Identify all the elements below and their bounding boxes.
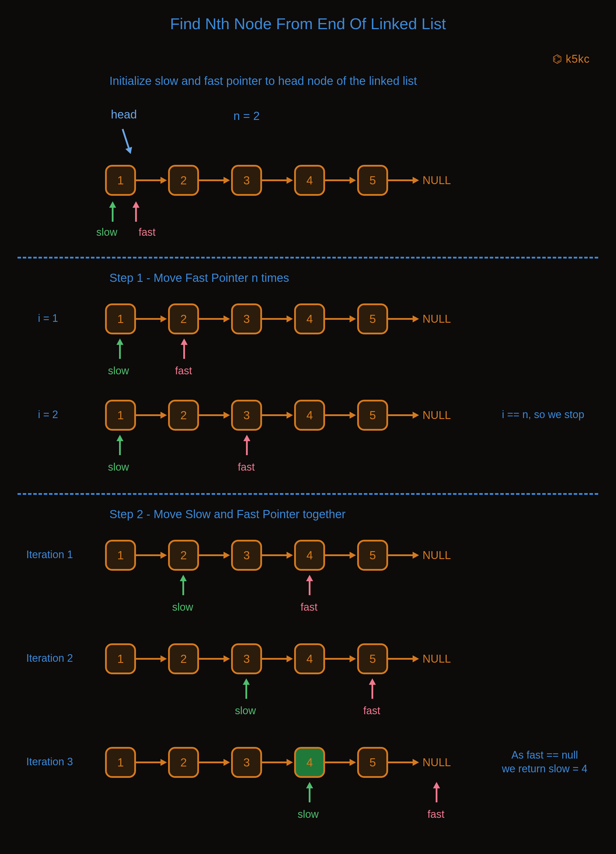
node: 3: [231, 400, 262, 431]
arrow-icon: [199, 317, 231, 321]
node: 3: [231, 644, 262, 674]
node: 4: [294, 165, 325, 196]
arrow-icon: [325, 413, 357, 417]
fast-arrow-icon: [134, 201, 138, 222]
null-label: NULL: [422, 409, 451, 422]
fast-arrow-icon: [435, 782, 438, 802]
arrow-icon: [262, 178, 294, 182]
node: 5: [357, 540, 388, 571]
node: 4: [294, 303, 325, 334]
fast-arrow-icon: [371, 679, 374, 699]
arrow-icon: [199, 657, 231, 660]
arrow-icon: [388, 317, 420, 321]
head-label: head: [111, 108, 137, 121]
fast-arrow-icon: [182, 339, 186, 359]
node: 2: [168, 165, 199, 196]
slow-arrow-icon: [118, 339, 122, 359]
arrow-icon: [325, 554, 357, 557]
arrow-icon: [262, 761, 294, 764]
slow-label: slow: [108, 461, 129, 473]
slow-label: slow: [108, 365, 129, 377]
it3-label: Iteration 3: [26, 756, 73, 768]
arrow-icon: [199, 413, 231, 417]
node: 1: [105, 540, 136, 571]
linked-list-row-it1: 1 2 3 4 5 NULL: [105, 540, 451, 571]
divider: [17, 493, 598, 495]
arrow-icon: [262, 554, 294, 557]
node: 2: [168, 747, 199, 778]
arrow-icon: [136, 178, 168, 182]
fast-label: fast: [363, 705, 380, 717]
slow-label: slow: [235, 705, 256, 717]
fast-arrow-icon: [245, 435, 249, 455]
arrow-icon: [388, 178, 420, 182]
slow-label: slow: [172, 601, 193, 613]
arrow-icon: [136, 554, 168, 557]
arrow-icon: [199, 178, 231, 182]
node: 5: [357, 747, 388, 778]
linked-list-row-intro: 1 2 3 4 5 NULL: [105, 165, 451, 196]
divider: [17, 257, 598, 259]
arrow-icon: [199, 554, 231, 557]
node: 3: [231, 540, 262, 571]
arrow-icon: [136, 413, 168, 417]
arrow-icon: [388, 554, 420, 557]
node: 4: [294, 644, 325, 674]
null-label: NULL: [422, 756, 451, 769]
stop-note: i == n, so we stop: [502, 409, 584, 421]
node: 5: [357, 303, 388, 334]
fast-label: fast: [300, 601, 317, 613]
node: 4: [294, 540, 325, 571]
i2-label: i = 2: [38, 409, 58, 421]
arrow-icon: [388, 413, 420, 417]
arrow-icon: [136, 761, 168, 764]
arrow-icon: [199, 761, 231, 764]
fast-arrow-icon: [308, 575, 311, 595]
slow-arrow-icon: [111, 201, 114, 222]
head-arrow-icon: [121, 128, 132, 154]
node: 1: [105, 303, 136, 334]
linked-list-row-it3: 1 2 3 4 5 NULL: [105, 747, 451, 778]
linked-list-row-i1: 1 2 3 4 5 NULL: [105, 303, 451, 334]
node: 3: [231, 747, 262, 778]
fast-label: fast: [238, 461, 255, 473]
fast-label: fast: [427, 808, 444, 820]
final-note-line2: we return slow = 4: [502, 762, 587, 776]
arrow-icon: [136, 657, 168, 660]
node: 1: [105, 165, 136, 196]
node-highlighted: 4: [294, 747, 325, 778]
node: 1: [105, 400, 136, 431]
slow-arrow-icon: [308, 782, 311, 802]
null-label: NULL: [422, 313, 451, 325]
node: 5: [357, 644, 388, 674]
node: 3: [231, 165, 262, 196]
step2-title: Step 2 - Move Slow and Fast Pointer toge…: [110, 508, 346, 521]
fast-label: fast: [175, 365, 192, 377]
node: 2: [168, 303, 199, 334]
arrow-icon: [136, 317, 168, 321]
final-note: As fast == null we return slow = 4: [502, 749, 587, 776]
node: 2: [168, 644, 199, 674]
watermark: ⌬ k5kc: [552, 52, 590, 66]
it2-label: Iteration 2: [26, 652, 73, 664]
node: 1: [105, 644, 136, 674]
it1-label: Iteration 1: [26, 549, 73, 561]
intro-text: Initialize slow and fast pointer to head…: [110, 75, 417, 87]
n-label: n = 2: [233, 110, 260, 122]
node: 1: [105, 747, 136, 778]
null-label: NULL: [422, 549, 451, 562]
arrow-icon: [325, 657, 357, 660]
node: 5: [357, 400, 388, 431]
node: 2: [168, 540, 199, 571]
arrow-icon: [325, 317, 357, 321]
fast-label: fast: [139, 226, 156, 238]
step1-title: Step 1 - Move Fast Pointer n times: [110, 271, 289, 284]
slow-label: slow: [96, 226, 117, 238]
node: 4: [294, 400, 325, 431]
arrow-icon: [388, 657, 420, 660]
slow-label: slow: [297, 808, 319, 820]
node: 2: [168, 400, 199, 431]
null-label: NULL: [422, 653, 451, 665]
null-label: NULL: [422, 174, 451, 187]
linked-list-row-i2: 1 2 3 4 5 NULL: [105, 400, 451, 431]
